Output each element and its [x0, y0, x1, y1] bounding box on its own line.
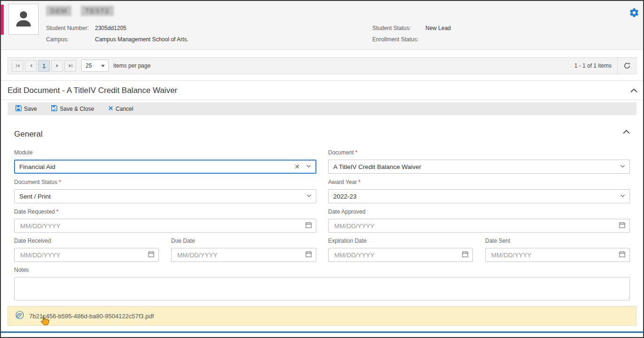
student-status-value: New Lead	[425, 25, 451, 31]
attachment-filename[interactable]: 7b21c456-b595-486d-ba80-9504122c57f3.pdf	[29, 313, 154, 320]
chevron-down-icon	[101, 65, 105, 67]
student-first-name-redacted: DEM	[46, 6, 71, 16]
attachment-row[interactable]: 7b21c456-b595-486d-ba80-9504122c57f3.pdf	[8, 306, 636, 326]
save-icon	[15, 105, 22, 113]
required-asterisk: *	[358, 179, 361, 185]
document-toolbar: Save Save & Close Cancel	[8, 102, 636, 115]
panel-collapse-chevron-icon[interactable]	[630, 87, 638, 96]
header-accent-bar	[1, 5, 4, 35]
date-requested-label: Date Requested	[14, 208, 55, 215]
section-title-general: General	[14, 130, 42, 139]
module-value: Financial Aid	[19, 163, 294, 170]
cancel-x-icon	[108, 106, 113, 112]
calendar-icon[interactable]	[619, 251, 626, 259]
award-year-label: Award Year	[328, 179, 357, 185]
award-year-value: 2022-23	[333, 193, 620, 200]
page-size-value: 25	[86, 62, 92, 69]
required-asterisk: *	[355, 149, 358, 156]
date-approved-input[interactable]	[333, 222, 619, 230]
date-received-field: Date Received	[14, 238, 159, 262]
required-asterisk: *	[56, 208, 59, 215]
items-per-page-label: items per page	[113, 62, 150, 69]
bottom-accent-line	[1, 331, 643, 333]
date-received-input[interactable]	[19, 251, 148, 259]
student-number-label: Student Number:	[46, 25, 89, 31]
date-requested-field: Date Requested*	[14, 208, 316, 233]
campus-value: Campus Management School of Arts.	[95, 36, 188, 43]
student-number-value: 2305dd1205	[95, 25, 126, 31]
pager-last-button[interactable]	[64, 60, 76, 72]
student-last-name-redacted: TEST2	[81, 6, 114, 16]
pager-first-button[interactable]	[12, 60, 24, 72]
award-year-field: Award Year* 2022-23	[328, 179, 630, 203]
document-status-dropdown[interactable]: Sent / Print	[14, 189, 316, 203]
grid-pager: 1 25 items per page 1 - 1 of 1 items	[8, 57, 636, 74]
pager-range-label: 1 - 1 of 1 items	[574, 62, 612, 69]
document-status-value: Sent / Print	[19, 193, 306, 200]
due-date-input[interactable]	[176, 251, 305, 259]
save-and-close-button-label: Save & Close	[60, 106, 94, 112]
date-requested-picker	[14, 219, 316, 233]
date-sent-picker	[485, 248, 630, 262]
expiration-date-input[interactable]	[333, 251, 462, 259]
notes-textarea[interactable]	[14, 277, 630, 300]
date-sent-input[interactable]	[490, 251, 619, 259]
document-label: Document	[328, 149, 354, 156]
settings-gear-icon[interactable]	[629, 8, 639, 18]
clear-x-icon[interactable]: ✕	[294, 163, 300, 170]
paperclip-icon	[16, 311, 24, 321]
module-label: Module	[14, 149, 316, 156]
enrollment-status-label: Enrollment Status:	[372, 36, 418, 43]
expiration-date-label: Expiration Date	[328, 238, 473, 244]
date-received-picker	[14, 248, 159, 262]
campus-label: Campus:	[46, 36, 69, 43]
date-requested-input[interactable]	[19, 222, 305, 230]
chevron-down-icon[interactable]	[620, 163, 626, 170]
document-status-field: Document Status* Sent / Print	[14, 179, 316, 203]
cancel-button-label: Cancel	[116, 106, 133, 112]
document-field: Document* A TitleIV Credit Balance Waive…	[328, 149, 630, 174]
refresh-button[interactable]	[617, 58, 636, 74]
student-header: DEM TEST2 Student Number: 2305dd1205 Cam…	[1, 1, 643, 50]
date-approved-picker	[328, 219, 630, 233]
chevron-down-icon[interactable]	[306, 192, 312, 200]
date-sent-field: Date Sent	[485, 238, 630, 262]
save-close-icon	[51, 105, 57, 113]
due-date-picker	[171, 248, 316, 262]
calendar-icon[interactable]	[305, 222, 312, 230]
app-window: DEM TEST2 Student Number: 2305dd1205 Cam…	[0, 0, 644, 338]
date-approved-field: Date Approved	[328, 208, 630, 233]
panel-title: Edit Document - A TitleIV Credit Balance…	[8, 86, 177, 95]
notes-label: Notes	[14, 267, 630, 273]
save-button[interactable]: Save	[15, 105, 37, 113]
date-approved-label: Date Approved	[328, 208, 630, 215]
pager-prev-button[interactable]	[25, 60, 37, 72]
student-status-label: Student Status:	[372, 25, 411, 31]
date-sent-label: Date Sent	[485, 238, 630, 244]
document-status-label: Document Status	[14, 179, 57, 185]
document-value: A TitleIV Credit Balance Waiver	[333, 163, 620, 170]
calendar-icon[interactable]	[305, 251, 312, 259]
pager-next-button[interactable]	[51, 60, 63, 72]
document-dropdown[interactable]: A TitleIV Credit Balance Waiver	[328, 160, 630, 174]
required-asterisk: *	[59, 179, 61, 185]
module-combobox[interactable]: Financial Aid ✕	[14, 160, 316, 174]
page-size-dropdown[interactable]: 25	[81, 60, 109, 72]
due-date-label: Due Date	[171, 238, 316, 244]
general-collapse-chevron-icon[interactable]	[622, 129, 630, 137]
expiration-date-picker	[328, 248, 473, 262]
due-date-field: Due Date	[171, 238, 316, 262]
chevron-down-icon[interactable]	[306, 163, 312, 170]
calendar-icon[interactable]	[619, 222, 626, 230]
calendar-icon[interactable]	[148, 251, 155, 259]
divider	[1, 100, 643, 100]
award-year-dropdown[interactable]: 2022-23	[328, 189, 630, 203]
chevron-down-icon[interactable]	[620, 192, 626, 200]
calendar-icon[interactable]	[462, 251, 469, 259]
expiration-date-field: Expiration Date	[328, 238, 473, 262]
cancel-button[interactable]: Cancel	[108, 106, 133, 112]
pager-page-1[interactable]: 1	[38, 60, 50, 72]
notes-field: Notes	[14, 267, 630, 302]
save-and-close-button[interactable]: Save & Close	[51, 105, 94, 113]
divider	[1, 80, 643, 81]
